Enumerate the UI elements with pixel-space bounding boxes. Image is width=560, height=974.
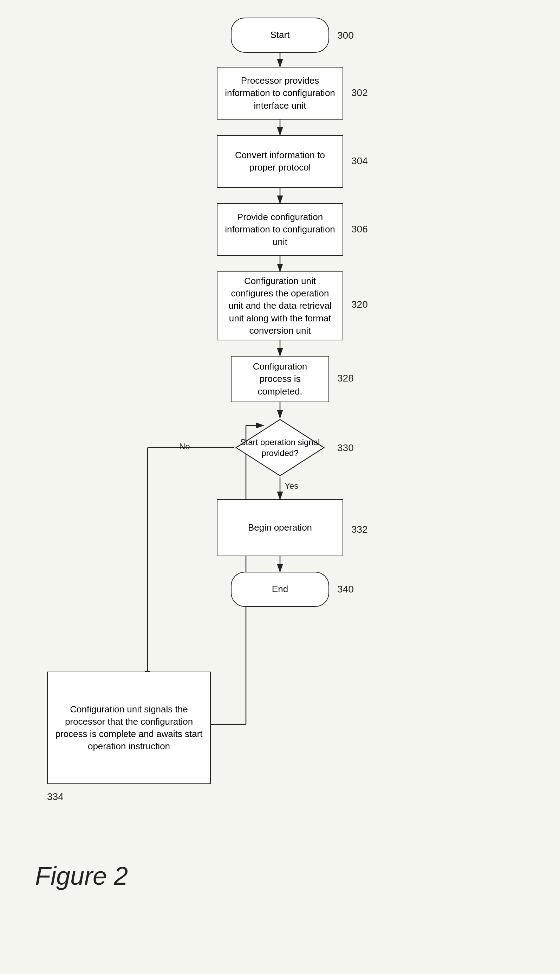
ref-332: 332 xyxy=(351,524,368,535)
ref-306: 306 xyxy=(351,224,368,235)
yes-label: Yes xyxy=(285,481,298,491)
ref-330: 330 xyxy=(337,442,354,454)
no-label: No xyxy=(179,442,190,451)
node-330-diamond xyxy=(234,418,326,478)
ref-340: 340 xyxy=(337,584,354,595)
svg-marker-16 xyxy=(236,419,324,476)
start-node: Start xyxy=(231,18,329,53)
node-334: Configuration unit signals the processor… xyxy=(47,672,211,784)
figure-label: Figure 2 xyxy=(35,862,128,890)
node-328: Configuration process is completed. xyxy=(231,356,329,402)
end-node: End xyxy=(231,572,329,607)
ref-320: 320 xyxy=(351,299,368,310)
node-306: Provide configuration information to con… xyxy=(217,203,343,256)
ref-304: 304 xyxy=(351,155,368,167)
ref-334: 334 xyxy=(47,791,63,802)
ref-302: 302 xyxy=(351,87,368,99)
node-320: Configuration unit configures the operat… xyxy=(217,271,343,340)
flowchart-diagram: Start 300 Processor provides information… xyxy=(0,0,560,974)
node-302: Processor provides information to config… xyxy=(217,67,343,120)
ref-300: 300 xyxy=(337,30,354,41)
ref-328: 328 xyxy=(337,373,354,384)
node-304: Convert information to proper protocol xyxy=(217,135,343,188)
node-332: Begin operation xyxy=(217,499,343,556)
